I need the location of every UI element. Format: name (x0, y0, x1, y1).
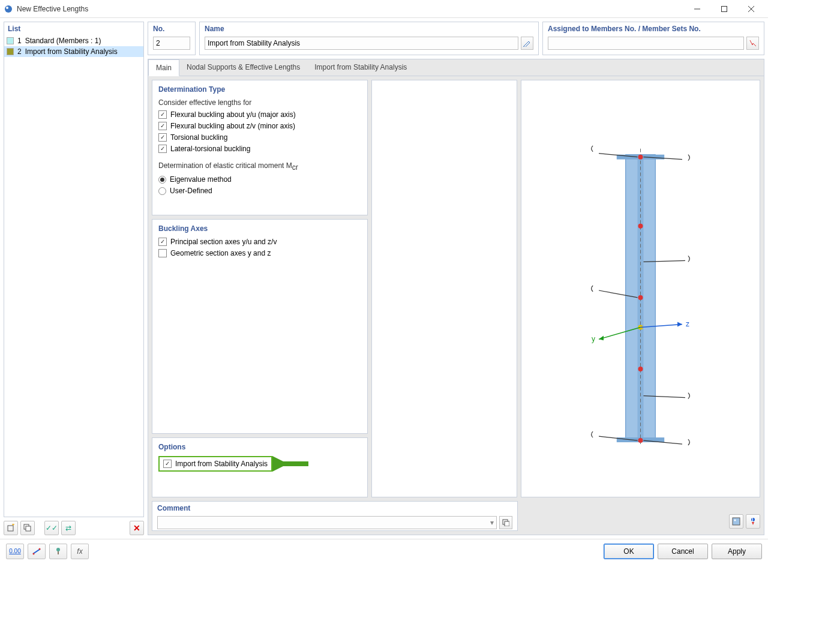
checkbox-flex-zv[interactable] (158, 122, 167, 130)
pick-members-button[interactable] (746, 37, 759, 50)
svg-rect-3 (721, 6, 727, 11)
swap-button[interactable]: ⇄ (61, 521, 76, 535)
tab-nodal-supports[interactable]: Nodal Supports & Effective Lengths (179, 59, 307, 76)
svg-point-39 (734, 520, 736, 521)
formula-button[interactable]: fx (71, 544, 89, 559)
checkbox-label: Flexural buckling about z/v (minor axis) (170, 122, 295, 130)
color-swatch (7, 48, 14, 55)
checkbox-label: Lateral-torsional buckling (170, 145, 250, 153)
list-item-label: Import from Stability Analysis (25, 47, 118, 56)
checkbox-label: Geometric section axes y and z (170, 249, 271, 257)
consider-label: Consider effective lengths for (158, 98, 361, 107)
tab-main[interactable]: Main (148, 59, 179, 76)
list-item[interactable]: 2 Import from Stability Analysis (4, 46, 143, 57)
assigned-field-box: Assigned to Members No. / Member Sets No… (542, 22, 764, 55)
number-label: No. (153, 25, 190, 33)
assigned-label: Assigned to Members No. / Member Sets No… (548, 25, 759, 33)
close-button[interactable] (737, 1, 764, 17)
checkbox-flex-yu[interactable] (158, 110, 167, 119)
group-title: Determination Type (158, 85, 361, 94)
list-item[interactable]: 1 Standard (Members : 1) (4, 35, 143, 46)
name-label: Name (205, 25, 533, 33)
checkbox-import-stability[interactable] (163, 460, 172, 468)
new-item-button[interactable] (4, 521, 18, 535)
member-preview-icon: y z (521, 80, 760, 497)
svg-point-21 (638, 367, 643, 371)
svg-point-45 (56, 548, 60, 551)
group-title: Options (158, 443, 361, 451)
svg-rect-10 (26, 526, 31, 531)
preview-image-button[interactable] (729, 514, 743, 529)
checkbox-principal-axes[interactable] (158, 238, 167, 246)
tab-bar: Main Nodal Supports & Effective Lengths … (148, 59, 764, 76)
checkbox-geometric-axes[interactable] (158, 249, 167, 257)
moment-label: Determination of elastic critical moment… (158, 161, 361, 172)
svg-point-44 (39, 548, 41, 550)
checkbox-torsional[interactable] (158, 133, 167, 142)
window-title: New Effective Lengths (17, 5, 683, 13)
svg-rect-37 (505, 521, 509, 526)
name-input[interactable] (205, 37, 518, 50)
length-button[interactable] (28, 544, 46, 559)
delete-button[interactable]: ✕ (130, 521, 144, 535)
list-box: List 1 Standard (Members : 1) 2 Import f… (4, 22, 144, 517)
edit-name-button[interactable] (521, 37, 533, 50)
chevron-down-icon: ▾ (490, 518, 494, 527)
dialog-footer: 0.00 fx OK Cancel Apply (0, 539, 768, 563)
comment-pick-button[interactable] (499, 516, 512, 529)
svg-marker-34 (677, 322, 682, 327)
svg-point-22 (638, 438, 643, 443)
radio-label: Eigenvalue method (170, 175, 232, 184)
comment-box: Comment ▾ (152, 501, 518, 531)
maximize-button[interactable] (710, 1, 737, 17)
preview-column[interactable]: y z (521, 80, 760, 497)
app-icon (4, 4, 13, 14)
svg-point-43 (33, 553, 35, 554)
svg-rect-38 (733, 518, 740, 525)
import-highlight: Import from Stability Analysis (158, 456, 272, 472)
highlight-arrow-icon (272, 455, 314, 473)
middle-column (371, 80, 517, 497)
svg-point-19 (638, 295, 643, 300)
svg-point-0 (5, 5, 12, 13)
tree-button[interactable] (49, 544, 67, 559)
assigned-input[interactable] (548, 37, 744, 50)
cancel-button[interactable]: Cancel (658, 544, 708, 559)
group-title: Buckling Axes (158, 224, 361, 233)
name-field-box: Name (199, 22, 539, 55)
number-input[interactable] (153, 37, 190, 50)
checkbox-label: Principal section axes y/u and z/v (170, 238, 277, 246)
list-header: List (4, 22, 143, 35)
checkbox-label: Flexural buckling about y/u (major axis) (170, 110, 296, 119)
svg-rect-6 (8, 526, 13, 531)
svg-point-1 (6, 7, 8, 9)
radio-user-defined[interactable] (158, 187, 166, 195)
list-item-num: 2 (17, 47, 22, 56)
minimize-button[interactable] (683, 1, 710, 17)
copy-item-button[interactable] (20, 521, 35, 535)
radio-eigenvalue[interactable] (158, 176, 166, 184)
list-item-label: Standard (Members : 1) (25, 37, 101, 45)
checkbox-label: Import from Stability Analysis (175, 460, 268, 468)
units-button[interactable]: 0.00 (6, 544, 24, 559)
comment-combo[interactable]: ▾ (157, 516, 497, 529)
svg-rect-46 (58, 551, 59, 554)
svg-point-18 (638, 224, 643, 229)
svg-text:z: z (686, 320, 689, 328)
svg-text:y: y (592, 335, 595, 343)
tab-import-stability[interactable]: Import from Stability Analysis (307, 59, 414, 76)
preview-info-button[interactable]: i (746, 514, 760, 529)
options-group: Options Import from Stability Analysis (152, 437, 368, 497)
list-item-num: 1 (17, 37, 22, 45)
comment-label: Comment (157, 504, 512, 512)
apply-button[interactable]: Apply (712, 544, 762, 559)
checkbox-lateral-torsional[interactable] (158, 145, 167, 153)
color-swatch (7, 37, 14, 44)
ok-button[interactable]: OK (604, 544, 654, 559)
radio-label: User-Defined (170, 187, 212, 195)
svg-marker-31 (599, 335, 604, 340)
check-all-button[interactable]: ✓✓ (44, 521, 59, 535)
svg-point-17 (638, 155, 643, 160)
buckling-axes-group: Buckling Axes Principal section axes y/u… (152, 219, 368, 434)
determination-type-group: Determination Type Consider effective le… (152, 80, 368, 215)
